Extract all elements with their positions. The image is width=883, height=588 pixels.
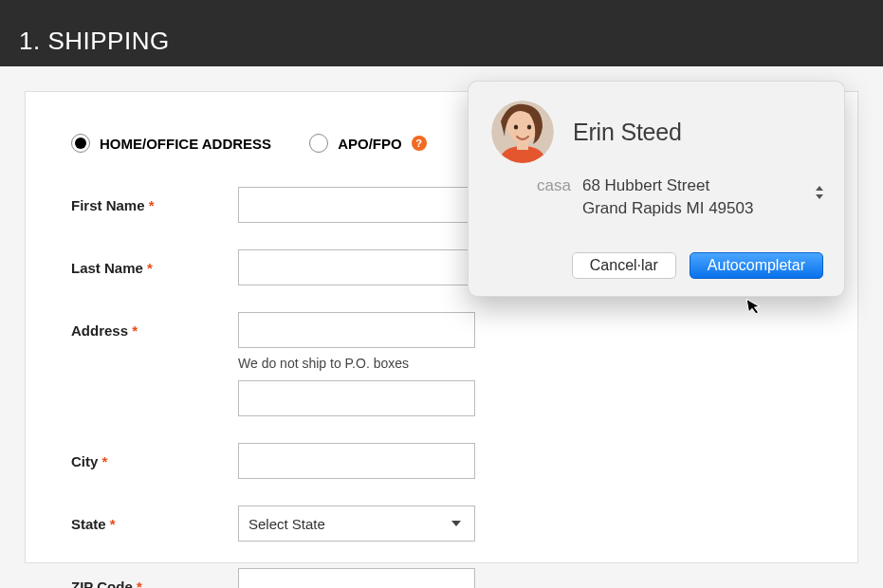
popover-header: Erin Steed [491,101,823,163]
chevron-down-icon [451,521,461,526]
chevron-up-icon [816,186,823,191]
row-address-line2 [238,380,812,416]
popover-buttons: Cancel·lar Autocompletar [491,252,823,279]
label-city: City * [71,453,238,469]
radio-label: HOME/OFFICE ADDRESS [100,136,271,152]
label-state: State * [71,516,238,532]
row-state: State * Select State [71,505,812,542]
address-line1: 68 Hubbert Street [582,175,754,197]
address-lines: 68 Hubbert Street Grand Rapids MI 49503 [582,175,754,220]
svg-point-3 [514,124,518,129]
label-first-name: First Name * [71,197,238,213]
state-select-value: Select State [248,516,325,532]
last-name-input[interactable] [238,249,475,285]
first-name-input[interactable] [238,187,475,223]
state-select[interactable]: Select State [238,505,475,542]
cancel-button[interactable]: Cancel·lar [572,252,676,279]
row-address: Address * [71,312,812,348]
address-type-label: casa [537,175,571,220]
address-line1-input[interactable] [238,312,475,348]
row-city: City * [71,443,812,479]
zip-input[interactable] [238,568,475,588]
page-header: 1. SHIPPING [0,0,883,66]
help-icon[interactable]: ? [412,136,427,151]
svg-rect-5 [517,140,528,150]
label-address: Address * [71,322,238,339]
radio-icon [71,134,90,153]
autofill-popover: Erin Steed casa 68 Hubbert Street Grand … [468,81,845,297]
address-line2: Grand Rapids MI 49503 [582,197,754,220]
address-stepper[interactable] [812,182,827,203]
svg-point-4 [527,124,531,129]
address-block: casa 68 Hubbert Street Grand Rapids MI 4… [537,175,823,220]
radio-home-office[interactable]: HOME/OFFICE ADDRESS [71,134,271,153]
radio-icon [309,134,328,153]
page-title: 1. SHIPPING [19,27,864,56]
radio-apo-fpo[interactable]: APO/FPO ? [309,134,427,153]
city-input[interactable] [238,443,475,479]
row-zip: ZIP Code * [71,568,812,588]
radio-label: APO/FPO [338,136,402,152]
avatar [491,101,554,163]
chevron-down-icon [816,194,823,199]
contact-name: Erin Steed [573,119,682,146]
address-hint: We do not ship to P.O. boxes [238,356,812,371]
label-zip: ZIP Code * [71,579,238,589]
label-last-name: Last Name * [71,260,238,276]
autocomplete-button[interactable]: Autocompletar [690,252,823,279]
address-line2-input[interactable] [238,380,475,416]
